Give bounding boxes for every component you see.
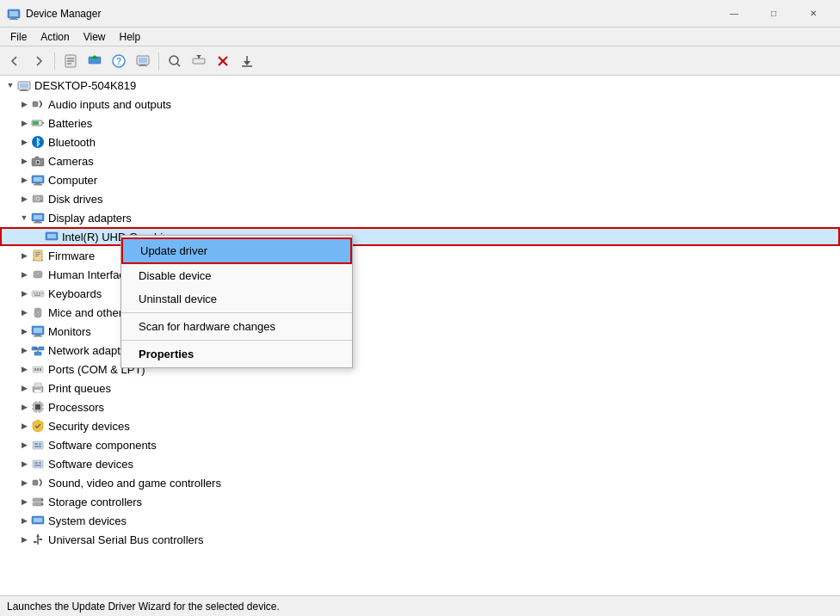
ctx-disable-device[interactable]: Disable device: [121, 264, 352, 287]
svg-rect-105: [39, 462, 41, 464]
svg-marker-24: [244, 61, 250, 65]
svg-rect-32: [42, 122, 44, 124]
svg-rect-99: [33, 441, 43, 449]
keyboards-label: Keyboards: [48, 287, 102, 300]
svg-rect-107: [33, 480, 38, 485]
tree-item-software-dev[interactable]: ▶ Software devices: [0, 454, 840, 473]
menu-bar: File Action View Help: [0, 28, 840, 46]
tree-item-sound[interactable]: ▶ Sound, video and game controllers: [0, 473, 840, 492]
svg-rect-18: [193, 59, 205, 64]
tree-item-security[interactable]: ▶ Security devices: [0, 416, 840, 435]
add-hardware-toolbar-button[interactable]: [188, 50, 210, 72]
close-button[interactable]: ✕: [794, 0, 833, 28]
tree-item-system[interactable]: ▶ System devices: [0, 511, 840, 530]
svg-rect-106: [34, 465, 41, 466]
ctx-sep-2: [121, 340, 352, 341]
software-dev-expand-icon: ▶: [17, 457, 31, 471]
title-bar: Device Manager — □ ✕: [0, 0, 840, 28]
svg-rect-113: [34, 518, 42, 522]
help-toolbar-button[interactable]: ?: [108, 50, 130, 72]
audio-expand-icon: ▶: [17, 97, 31, 111]
minimize-button[interactable]: —: [714, 0, 754, 28]
tree-item-bluetooth[interactable]: ▶ ᛒ Bluetooth: [0, 132, 840, 151]
cameras-icon: [31, 154, 45, 168]
usb-icon: [31, 533, 45, 546]
svg-rect-56: [35, 254, 40, 255]
svg-rect-75: [34, 336, 42, 337]
menu-action[interactable]: Action: [34, 29, 76, 45]
menu-help[interactable]: Help: [113, 29, 148, 45]
svg-rect-104: [34, 462, 38, 464]
usb-expand-icon: ▶: [17, 533, 31, 546]
processors-expand-icon: ▶: [17, 400, 31, 414]
disk-label: Disk drives: [48, 193, 103, 206]
firmware-label: Firmware: [48, 249, 95, 262]
toolbar-sep-1: [54, 52, 55, 70]
svg-point-46: [37, 198, 39, 200]
storage-expand-icon: ▶: [17, 495, 31, 508]
tree-item-cameras[interactable]: ▶ Cameras: [0, 151, 840, 170]
display-expand-icon: ▼: [17, 211, 31, 225]
svg-rect-102: [34, 446, 41, 447]
tree-item-disk[interactable]: ▶ Disk drives: [0, 189, 840, 208]
tree-root[interactable]: ▼ DESKTOP-504K819: [0, 76, 840, 95]
download-toolbar-button[interactable]: [236, 50, 258, 72]
sound-label: Sound, video and game controllers: [48, 477, 221, 490]
properties-toolbar-button[interactable]: [59, 50, 82, 72]
remove-toolbar-button[interactable]: [212, 50, 234, 72]
tree-item-computer[interactable]: ▶ Computer: [0, 170, 840, 189]
computer-icon: [31, 173, 45, 187]
svg-rect-87: [34, 390, 41, 392]
mice-expand-icon: ▶: [17, 305, 31, 319]
back-button[interactable]: [3, 50, 26, 72]
menu-file[interactable]: File: [3, 29, 34, 45]
tree-item-processors[interactable]: ▶ Processors: [0, 397, 840, 416]
ctx-scan[interactable]: Scan for hardware changes: [121, 315, 352, 338]
svg-rect-39: [35, 157, 39, 159]
software-comp-expand-icon: ▶: [17, 438, 31, 452]
main-content: ▼ DESKTOP-504K819 ▶ Audio inputs and out…: [0, 76, 840, 595]
svg-rect-65: [36, 293, 38, 294]
tree-item-software-comp[interactable]: ▶ Software components: [0, 435, 840, 454]
update-driver-toolbar-button[interactable]: [83, 50, 106, 72]
svg-rect-49: [34, 215, 42, 219]
svg-rect-47: [40, 200, 42, 201]
svg-marker-115: [36, 534, 40, 537]
software-dev-label: Software devices: [48, 458, 133, 471]
svg-point-110: [41, 499, 43, 501]
ctx-properties[interactable]: Properties: [121, 342, 352, 366]
computer-label: Computer: [48, 174, 97, 187]
print-expand-icon: ▶: [17, 381, 31, 395]
svg-point-62: [37, 273, 40, 275]
tree-item-usb[interactable]: ▶ Universal Serial Bus controllers: [0, 530, 840, 549]
tree-item-batteries[interactable]: ▶ Batteries: [0, 114, 840, 132]
tree-item-print[interactable]: ▶ Print queues: [0, 379, 840, 397]
tree-item-audio[interactable]: ▶ Audio inputs and outputs: [0, 95, 840, 114]
svg-rect-57: [35, 256, 39, 256]
svg-rect-67: [41, 293, 43, 294]
forward-button[interactable]: [28, 50, 50, 72]
svg-rect-78: [34, 352, 41, 355]
svg-rect-3: [9, 19, 18, 20]
svg-rect-13: [139, 58, 147, 63]
scan-toolbar-button[interactable]: [164, 50, 186, 72]
intel-expand-icon: [31, 230, 45, 243]
batteries-icon: [31, 116, 45, 130]
svg-rect-82: [34, 368, 36, 371]
svg-rect-55: [35, 252, 40, 253]
svg-rect-103: [33, 460, 43, 468]
svg-marker-20: [196, 55, 201, 58]
batteries-expand-icon: ▶: [17, 116, 31, 130]
menu-view[interactable]: View: [77, 29, 113, 45]
system-expand-icon: ▶: [17, 514, 31, 527]
ctx-update-driver[interactable]: Update driver: [121, 237, 352, 264]
maximize-button[interactable]: □: [754, 0, 794, 28]
svg-rect-77: [39, 347, 44, 350]
disk-expand-icon: ▶: [17, 192, 31, 206]
display-toolbar-button[interactable]: [132, 50, 154, 72]
ctx-uninstall-device[interactable]: Uninstall device: [121, 287, 352, 311]
tree-item-storage[interactable]: ▶ Storage controllers: [0, 492, 840, 511]
tree-item-display[interactable]: ▼ Display adapters: [0, 208, 840, 227]
svg-rect-83: [37, 368, 39, 371]
svg-line-17: [177, 64, 180, 66]
